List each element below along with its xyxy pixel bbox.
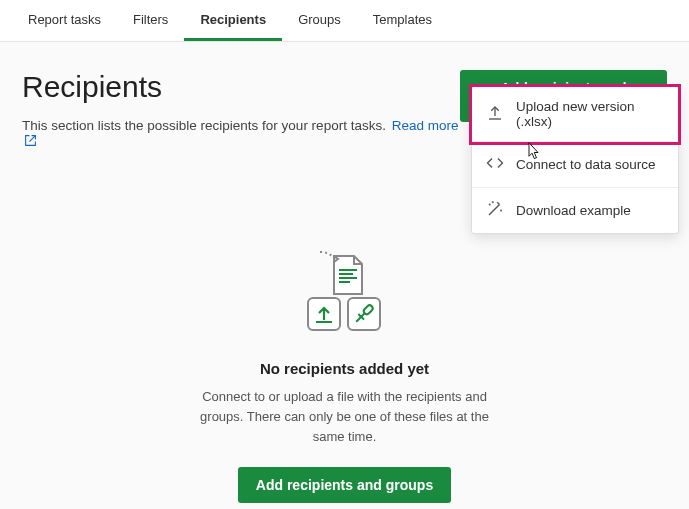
- menu-item-label: Connect to data source: [516, 157, 656, 172]
- menu-item-connect[interactable]: Connect to data source: [472, 142, 678, 188]
- page-subtitle: This section lists the possible recipien…: [22, 118, 460, 150]
- empty-state-title: No recipients added yet: [260, 360, 429, 377]
- subtitle-text: This section lists the possible recipien…: [22, 118, 386, 133]
- menu-item-upload[interactable]: Upload new version (.xlsx): [472, 87, 678, 142]
- empty-state-illustration: [290, 250, 400, 344]
- menu-item-label: Download example: [516, 203, 631, 218]
- upload-icon: [486, 104, 504, 125]
- tab-label: Recipients: [200, 12, 266, 27]
- wand-icon: [486, 200, 504, 221]
- tab-bar: Report tasks Filters Recipients Groups T…: [0, 0, 689, 42]
- svg-point-0: [489, 204, 490, 205]
- empty-add-recipients-button[interactable]: Add recipients and groups: [238, 467, 451, 503]
- page-content: Recipients This section lists the possib…: [0, 42, 689, 503]
- tab-label: Templates: [373, 12, 432, 27]
- tab-filters[interactable]: Filters: [117, 0, 184, 41]
- page-title: Recipients: [22, 70, 460, 104]
- tab-label: Filters: [133, 12, 168, 27]
- empty-state-description: Connect to or upload a file with the rec…: [195, 387, 495, 447]
- svg-point-2: [501, 210, 502, 211]
- code-icon: [486, 154, 504, 175]
- tab-label: Report tasks: [28, 12, 101, 27]
- tab-label: Groups: [298, 12, 341, 27]
- tab-templates[interactable]: Templates: [357, 0, 448, 41]
- add-recipients-menu: Upload new version (.xlsx) Connect to da…: [471, 86, 679, 234]
- tab-recipients[interactable]: Recipients: [184, 0, 282, 41]
- menu-item-label: Upload new version (.xlsx): [516, 99, 664, 129]
- read-more-label: Read more: [392, 118, 459, 133]
- menu-item-download-example[interactable]: Download example: [472, 188, 678, 233]
- svg-point-1: [492, 202, 493, 203]
- tab-groups[interactable]: Groups: [282, 0, 357, 41]
- external-link-icon: [24, 134, 37, 150]
- empty-state: No recipients added yet Connect to or up…: [22, 250, 667, 503]
- tab-report-tasks[interactable]: Report tasks: [12, 0, 117, 41]
